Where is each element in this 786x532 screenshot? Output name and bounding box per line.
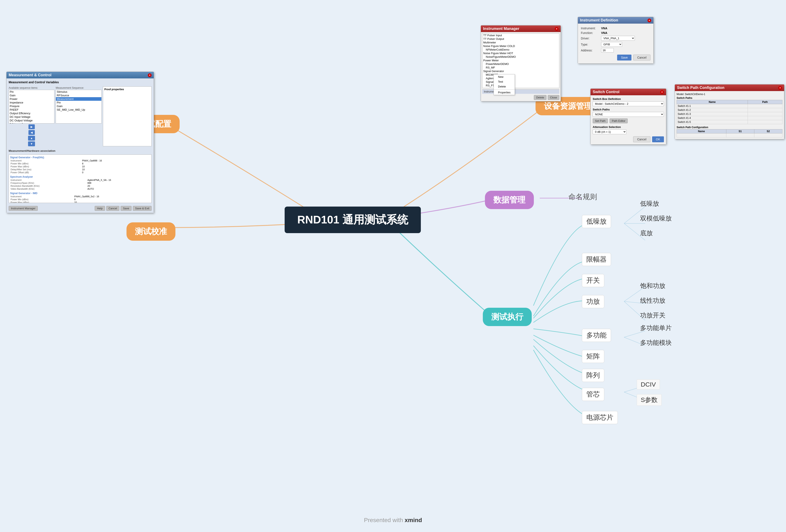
im-nfm-hot[interactable]: Noise Figure Meter HOT (482, 51, 559, 55)
mc-seq-measurement[interactable]: Measurement (56, 97, 101, 101)
mc-sg2-header: Signal Generator - IMD (10, 192, 150, 195)
id-window: Instrument Definition × Instrument: VNA … (578, 17, 654, 64)
mc-instrument-mgr-btn[interactable]: Instrument Manager (9, 206, 38, 211)
mc-close-btn[interactable]: × (148, 73, 152, 77)
mc-item-pin[interactable]: Pin (9, 90, 54, 94)
leaf-amp: 底放 (637, 228, 656, 239)
sc-cancel-btn[interactable]: Cancel (633, 136, 650, 142)
branch-test-execution-label: 测试执行 (491, 313, 523, 321)
mid-multifunction: 多功能 (582, 329, 611, 342)
mc-item-dc-input-v[interactable]: DC Input Voltage (9, 115, 54, 119)
ctx-delete[interactable]: Delete (494, 84, 515, 89)
central-node: RND101 通用测试系统 (285, 207, 421, 233)
im-nfm-cold-demo[interactable]: NFMeterColdDemo (482, 48, 559, 51)
sc-model-select[interactable]: Model : SwitchCtrlDemo - 2 (593, 101, 664, 106)
mc-save-btn[interactable]: Save (121, 206, 132, 211)
mc-item-output-eff[interactable]: Output Efficiency (9, 112, 54, 115)
id-driver-label: Driver: (581, 37, 600, 40)
mc-save-exit-btn[interactable]: Save & Exit (133, 206, 152, 211)
ctx-properties[interactable]: Properties (494, 90, 515, 95)
sce-row-4[interactable]: Switch #1-4 (677, 116, 782, 120)
mc-up-btn[interactable]: ▲ (28, 136, 35, 141)
mc-item-dc-output-v[interactable]: DC Output Voltage (9, 119, 54, 122)
id-save-btn[interactable]: Save (617, 54, 631, 61)
im-close-btn2[interactable]: Close (548, 95, 559, 100)
im-tt-pulser-in[interactable]: TT Pulser Input (482, 33, 559, 37)
im-power-meter[interactable]: Power Meter (482, 59, 559, 62)
branch-device-management-label: 设备资源管理 (544, 101, 592, 111)
mc-properties-panel: Proof properties (103, 87, 152, 146)
mc-add-btn[interactable]: ▶ (28, 124, 35, 129)
im-nfm-cold[interactable]: Noise Figure Meter COLD (482, 44, 559, 48)
branch-data-management[interactable]: 数据管理 (485, 191, 534, 209)
sc-paths-select[interactable]: NONE (593, 112, 664, 117)
sc-ok-btn[interactable]: OK (652, 136, 664, 142)
ctx-new[interactable]: New (494, 74, 515, 79)
id-instrument-label: Instrument: (581, 27, 600, 30)
sce-row-1[interactable]: Switch #1-1 (677, 104, 782, 108)
sce-window: Switch Path Configuration × Model: Switc… (675, 84, 784, 139)
id-title: Instrument Definition (580, 18, 618, 23)
mc-seq-rfsource[interactable]: RFSource (56, 94, 101, 97)
leaf-multi-chip: 多功能单片 (637, 323, 675, 334)
sc-path-editor-btn[interactable]: Path Editor (609, 118, 628, 123)
sc-titlebar: Switch Control × (591, 89, 666, 95)
mc-seq-list[interactable]: Stimulus RFSource Measurement Pin Gain S… (56, 90, 101, 123)
sce-col-name: Name (677, 100, 748, 104)
sce-row-3[interactable]: Switch #1-3 (677, 112, 782, 116)
mc-down-btn[interactable]: ▼ (28, 141, 35, 146)
leaf-dual-lna: 双模低噪放 (637, 213, 675, 224)
saturated-pa-label: 饱和功放 (640, 282, 665, 289)
mid-array: 阵列 (582, 369, 604, 382)
mc-seq-imd[interactable]: SE_IMD_Low_IMD_Up (56, 108, 101, 112)
mid-limiter: 限幅器 (582, 253, 611, 266)
sce-cfg-row (677, 133, 782, 137)
im-pm-demo[interactable]: PowerMeterDEMO (482, 62, 559, 66)
mc-item-dc-input-a[interactable]: DC Input Current (9, 122, 54, 123)
id-close-btn[interactable]: × (647, 19, 651, 22)
mc-seq-pin[interactable]: Pin (56, 101, 101, 104)
id-driver-select[interactable]: VNA_PNA_1 (601, 36, 635, 41)
mc-section1: Measurement and Control Variables (9, 80, 152, 84)
im-delete-btn[interactable]: Delete (534, 95, 547, 100)
sce-row-5[interactable]: Switch #1-5 (677, 120, 782, 124)
sce-close-btn[interactable]: × (778, 86, 782, 90)
branch-test-execution[interactable]: 测试执行 (483, 308, 532, 326)
im-nfm-hot-demo[interactable]: NoiseFigureMeterDEMO (482, 55, 559, 59)
im-tt-pulser-out[interactable]: TT Pulser Output (482, 37, 559, 41)
im-rs-mf[interactable]: RS_MF (482, 66, 559, 69)
amp-label: 底放 (640, 230, 653, 236)
mid-switch: 开关 (582, 274, 604, 287)
mc-seq-stimulus[interactable]: Stimulus (56, 90, 101, 94)
sce-row-2[interactable]: Switch #1-2 (677, 108, 782, 112)
im-close-btn[interactable]: × (555, 27, 558, 31)
im-multimeter[interactable]: Multimeter (482, 41, 559, 44)
branch-test-calibration[interactable]: 测试校准 (126, 222, 176, 241)
power-chip-label: 电源芯片 (586, 414, 613, 421)
mc-item-paeef[interactable]: PAEEF (9, 108, 54, 112)
array-label: 阵列 (586, 371, 600, 379)
im-sig-gen[interactable]: Signal Generator (482, 69, 559, 73)
sc-close-btn[interactable]: × (660, 90, 664, 94)
sc-set-path-btn[interactable]: Set Path (593, 118, 608, 123)
ctx-test[interactable]: Test (494, 79, 515, 84)
mc-seq-gain[interactable]: Gain (56, 104, 101, 108)
sc-attenuation-select[interactable]: 0 dB (ch = 1) (593, 130, 626, 134)
mc-item-power[interactable]: Power (9, 97, 54, 101)
mc-available-list[interactable]: Pin Gain Power Impedance Prequre PAEEF O… (9, 90, 54, 123)
mc-item-prequre[interactable]: Prequre (9, 104, 54, 108)
mc-cancel-btn[interactable]: Cancel (106, 206, 119, 211)
id-address-input[interactable] (601, 48, 614, 52)
mc-item-gain[interactable]: Gain (9, 94, 54, 97)
id-function-val: VNA (601, 31, 607, 34)
footer-brand-bold: xmind (404, 517, 422, 523)
naming-rules-label: 命名规则 (569, 193, 597, 201)
id-type-select[interactable]: GPIB (601, 42, 622, 47)
sce-cfg-s2: S2 (754, 130, 782, 133)
id-cancel-btn[interactable]: Cancel (633, 54, 650, 61)
mc-help-btn[interactable]: Help (95, 206, 105, 211)
mc-remove-btn[interactable]: ◀ (28, 130, 35, 135)
leaf-lna: 低噪放 (637, 198, 663, 209)
mc-item-impedance[interactable]: Impedance (9, 101, 54, 104)
mc-titlebar: Measurement & Control × (6, 72, 154, 78)
